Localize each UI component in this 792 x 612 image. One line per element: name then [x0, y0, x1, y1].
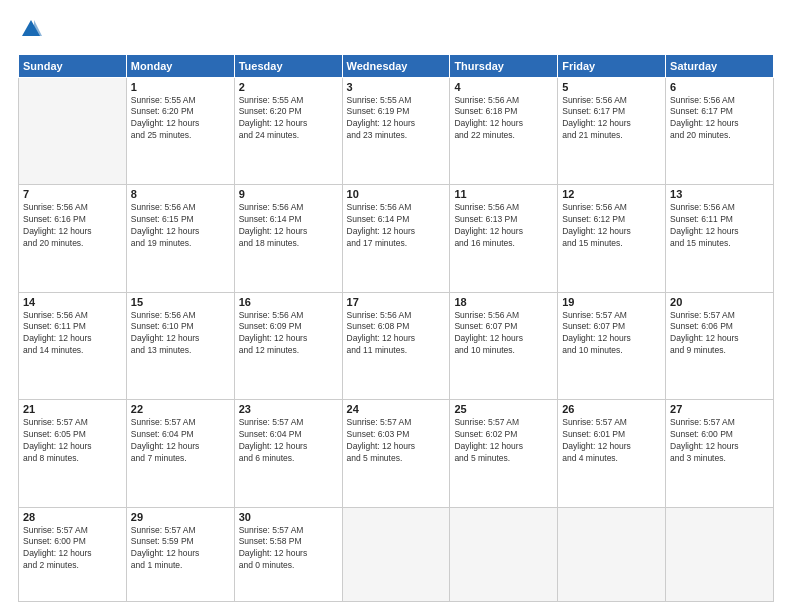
day-number: 1	[131, 81, 230, 93]
day-info: Sunrise: 5:57 AMSunset: 6:00 PMDaylight:…	[23, 525, 122, 573]
week-row-5: 28Sunrise: 5:57 AMSunset: 6:00 PMDayligh…	[19, 507, 774, 601]
calendar-cell	[19, 77, 127, 185]
day-number: 18	[454, 296, 553, 308]
logo	[18, 18, 42, 44]
day-number: 2	[239, 81, 338, 93]
day-number: 19	[562, 296, 661, 308]
day-info: Sunrise: 5:57 AMSunset: 6:02 PMDaylight:…	[454, 417, 553, 465]
day-number: 14	[23, 296, 122, 308]
day-number: 8	[131, 188, 230, 200]
day-number: 7	[23, 188, 122, 200]
calendar-cell	[558, 507, 666, 601]
day-info: Sunrise: 5:57 AMSunset: 6:01 PMDaylight:…	[562, 417, 661, 465]
calendar-cell: 9Sunrise: 5:56 AMSunset: 6:14 PMDaylight…	[234, 185, 342, 293]
day-info: Sunrise: 5:57 AMSunset: 6:03 PMDaylight:…	[347, 417, 446, 465]
week-row-3: 14Sunrise: 5:56 AMSunset: 6:11 PMDayligh…	[19, 292, 774, 400]
calendar-cell: 16Sunrise: 5:56 AMSunset: 6:09 PMDayligh…	[234, 292, 342, 400]
day-header-monday: Monday	[126, 54, 234, 77]
day-info: Sunrise: 5:57 AMSunset: 6:05 PMDaylight:…	[23, 417, 122, 465]
day-header-friday: Friday	[558, 54, 666, 77]
day-info: Sunrise: 5:57 AMSunset: 6:04 PMDaylight:…	[131, 417, 230, 465]
day-info: Sunrise: 5:57 AMSunset: 6:07 PMDaylight:…	[562, 310, 661, 358]
calendar-cell: 25Sunrise: 5:57 AMSunset: 6:02 PMDayligh…	[450, 400, 558, 508]
header	[18, 18, 774, 44]
calendar-cell: 7Sunrise: 5:56 AMSunset: 6:16 PMDaylight…	[19, 185, 127, 293]
day-info: Sunrise: 5:56 AMSunset: 6:08 PMDaylight:…	[347, 310, 446, 358]
calendar-cell	[342, 507, 450, 601]
day-info: Sunrise: 5:56 AMSunset: 6:11 PMDaylight:…	[23, 310, 122, 358]
calendar-cell: 21Sunrise: 5:57 AMSunset: 6:05 PMDayligh…	[19, 400, 127, 508]
day-number: 28	[23, 511, 122, 523]
day-number: 13	[670, 188, 769, 200]
day-number: 4	[454, 81, 553, 93]
calendar-cell: 1Sunrise: 5:55 AMSunset: 6:20 PMDaylight…	[126, 77, 234, 185]
calendar-cell: 28Sunrise: 5:57 AMSunset: 6:00 PMDayligh…	[19, 507, 127, 601]
calendar-cell: 24Sunrise: 5:57 AMSunset: 6:03 PMDayligh…	[342, 400, 450, 508]
calendar-cell: 12Sunrise: 5:56 AMSunset: 6:12 PMDayligh…	[558, 185, 666, 293]
calendar-cell	[666, 507, 774, 601]
day-info: Sunrise: 5:57 AMSunset: 6:06 PMDaylight:…	[670, 310, 769, 358]
day-info: Sunrise: 5:56 AMSunset: 6:15 PMDaylight:…	[131, 202, 230, 250]
calendar-cell: 6Sunrise: 5:56 AMSunset: 6:17 PMDaylight…	[666, 77, 774, 185]
day-number: 23	[239, 403, 338, 415]
svg-marker-1	[34, 20, 42, 36]
calendar-cell: 3Sunrise: 5:55 AMSunset: 6:19 PMDaylight…	[342, 77, 450, 185]
day-info: Sunrise: 5:56 AMSunset: 6:17 PMDaylight:…	[562, 95, 661, 143]
day-info: Sunrise: 5:56 AMSunset: 6:14 PMDaylight:…	[239, 202, 338, 250]
calendar-cell: 27Sunrise: 5:57 AMSunset: 6:00 PMDayligh…	[666, 400, 774, 508]
day-info: Sunrise: 5:56 AMSunset: 6:16 PMDaylight:…	[23, 202, 122, 250]
calendar-cell: 20Sunrise: 5:57 AMSunset: 6:06 PMDayligh…	[666, 292, 774, 400]
day-number: 11	[454, 188, 553, 200]
calendar-cell	[450, 507, 558, 601]
page: SundayMondayTuesdayWednesdayThursdayFrid…	[0, 0, 792, 612]
calendar-cell: 17Sunrise: 5:56 AMSunset: 6:08 PMDayligh…	[342, 292, 450, 400]
day-header-wednesday: Wednesday	[342, 54, 450, 77]
calendar-cell: 23Sunrise: 5:57 AMSunset: 6:04 PMDayligh…	[234, 400, 342, 508]
day-info: Sunrise: 5:55 AMSunset: 6:19 PMDaylight:…	[347, 95, 446, 143]
calendar-cell: 5Sunrise: 5:56 AMSunset: 6:17 PMDaylight…	[558, 77, 666, 185]
day-info: Sunrise: 5:56 AMSunset: 6:13 PMDaylight:…	[454, 202, 553, 250]
day-info: Sunrise: 5:56 AMSunset: 6:09 PMDaylight:…	[239, 310, 338, 358]
day-info: Sunrise: 5:56 AMSunset: 6:11 PMDaylight:…	[670, 202, 769, 250]
day-number: 22	[131, 403, 230, 415]
day-info: Sunrise: 5:56 AMSunset: 6:10 PMDaylight:…	[131, 310, 230, 358]
calendar-cell: 14Sunrise: 5:56 AMSunset: 6:11 PMDayligh…	[19, 292, 127, 400]
calendar-cell: 10Sunrise: 5:56 AMSunset: 6:14 PMDayligh…	[342, 185, 450, 293]
week-row-4: 21Sunrise: 5:57 AMSunset: 6:05 PMDayligh…	[19, 400, 774, 508]
day-number: 9	[239, 188, 338, 200]
day-info: Sunrise: 5:56 AMSunset: 6:14 PMDaylight:…	[347, 202, 446, 250]
day-number: 10	[347, 188, 446, 200]
calendar-cell: 26Sunrise: 5:57 AMSunset: 6:01 PMDayligh…	[558, 400, 666, 508]
day-info: Sunrise: 5:55 AMSunset: 6:20 PMDaylight:…	[131, 95, 230, 143]
calendar-cell: 18Sunrise: 5:56 AMSunset: 6:07 PMDayligh…	[450, 292, 558, 400]
day-number: 29	[131, 511, 230, 523]
day-number: 15	[131, 296, 230, 308]
day-number: 26	[562, 403, 661, 415]
day-number: 27	[670, 403, 769, 415]
day-number: 16	[239, 296, 338, 308]
day-number: 20	[670, 296, 769, 308]
day-header-tuesday: Tuesday	[234, 54, 342, 77]
day-number: 5	[562, 81, 661, 93]
day-info: Sunrise: 5:57 AMSunset: 5:58 PMDaylight:…	[239, 525, 338, 573]
calendar-cell: 29Sunrise: 5:57 AMSunset: 5:59 PMDayligh…	[126, 507, 234, 601]
calendar-cell: 22Sunrise: 5:57 AMSunset: 6:04 PMDayligh…	[126, 400, 234, 508]
calendar-cell: 8Sunrise: 5:56 AMSunset: 6:15 PMDaylight…	[126, 185, 234, 293]
day-header-saturday: Saturday	[666, 54, 774, 77]
day-number: 6	[670, 81, 769, 93]
day-number: 25	[454, 403, 553, 415]
calendar-cell: 13Sunrise: 5:56 AMSunset: 6:11 PMDayligh…	[666, 185, 774, 293]
day-header-thursday: Thursday	[450, 54, 558, 77]
calendar-cell: 19Sunrise: 5:57 AMSunset: 6:07 PMDayligh…	[558, 292, 666, 400]
calendar-cell: 15Sunrise: 5:56 AMSunset: 6:10 PMDayligh…	[126, 292, 234, 400]
day-info: Sunrise: 5:56 AMSunset: 6:18 PMDaylight:…	[454, 95, 553, 143]
calendar-header-row: SundayMondayTuesdayWednesdayThursdayFrid…	[19, 54, 774, 77]
calendar-cell: 4Sunrise: 5:56 AMSunset: 6:18 PMDaylight…	[450, 77, 558, 185]
day-info: Sunrise: 5:56 AMSunset: 6:12 PMDaylight:…	[562, 202, 661, 250]
day-info: Sunrise: 5:57 AMSunset: 5:59 PMDaylight:…	[131, 525, 230, 573]
day-info: Sunrise: 5:56 AMSunset: 6:17 PMDaylight:…	[670, 95, 769, 143]
day-info: Sunrise: 5:56 AMSunset: 6:07 PMDaylight:…	[454, 310, 553, 358]
calendar-cell: 30Sunrise: 5:57 AMSunset: 5:58 PMDayligh…	[234, 507, 342, 601]
day-number: 21	[23, 403, 122, 415]
week-row-2: 7Sunrise: 5:56 AMSunset: 6:16 PMDaylight…	[19, 185, 774, 293]
